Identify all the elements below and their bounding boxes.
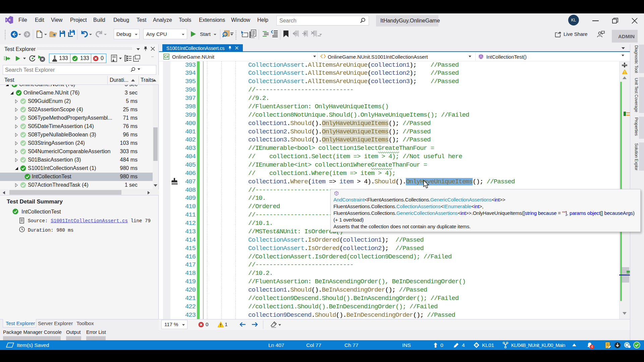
svg-text:C#: C#: [164, 55, 169, 59]
